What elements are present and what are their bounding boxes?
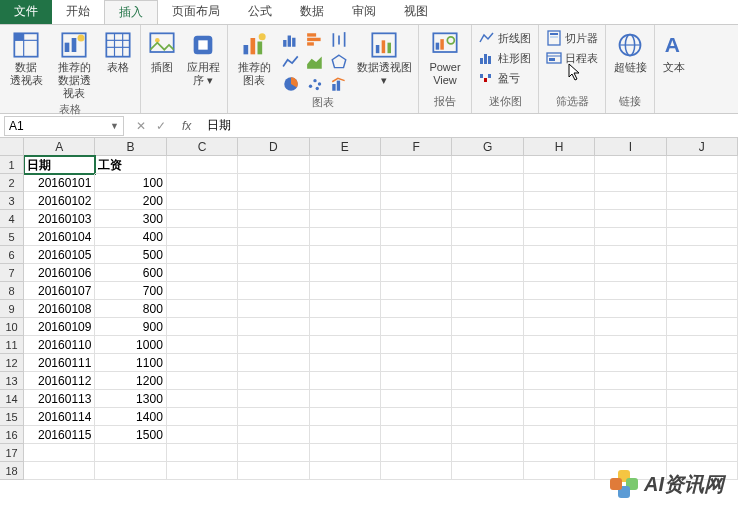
tab-data[interactable]: 数据 [286, 0, 338, 24]
cell[interactable] [524, 426, 595, 444]
hyperlink-button[interactable]: 超链接 [610, 29, 650, 76]
cell[interactable] [667, 372, 738, 390]
cell[interactable]: 900 [95, 318, 166, 336]
row-header[interactable]: 1 [0, 156, 24, 174]
slicer-button[interactable]: 切片器 [543, 29, 601, 47]
cell[interactable] [595, 390, 666, 408]
cell[interactable] [595, 264, 666, 282]
cell[interactable] [452, 336, 523, 354]
cell[interactable] [381, 174, 452, 192]
cell[interactable] [238, 282, 309, 300]
cell[interactable]: 1400 [95, 408, 166, 426]
column-header[interactable]: I [595, 138, 666, 156]
cell[interactable] [167, 372, 238, 390]
cell[interactable]: 1500 [95, 426, 166, 444]
cell[interactable] [595, 426, 666, 444]
cell[interactable] [524, 246, 595, 264]
cell[interactable] [238, 192, 309, 210]
tab-file[interactable]: 文件 [0, 0, 52, 24]
cell[interactable] [595, 372, 666, 390]
cell[interactable]: 20160107 [24, 282, 95, 300]
cell[interactable] [452, 282, 523, 300]
row-header[interactable]: 18 [0, 462, 24, 480]
cell[interactable] [167, 192, 238, 210]
row-header[interactable]: 4 [0, 210, 24, 228]
cell[interactable] [310, 336, 381, 354]
cell[interactable] [667, 354, 738, 372]
namebox-dropdown-icon[interactable]: ▼ [110, 121, 119, 131]
cell[interactable] [452, 354, 523, 372]
cell[interactable] [667, 282, 738, 300]
cell[interactable] [167, 408, 238, 426]
cell[interactable] [310, 210, 381, 228]
cell[interactable] [667, 174, 738, 192]
cell[interactable] [667, 408, 738, 426]
cell[interactable] [310, 372, 381, 390]
cell[interactable]: 100 [95, 174, 166, 192]
addins-button[interactable]: 应用程序 ▾ [183, 29, 223, 89]
cell[interactable] [167, 282, 238, 300]
cell[interactable] [310, 282, 381, 300]
cell[interactable] [310, 444, 381, 462]
cell[interactable] [381, 408, 452, 426]
cell[interactable] [238, 318, 309, 336]
row-header[interactable]: 5 [0, 228, 24, 246]
cell[interactable] [167, 246, 238, 264]
cell[interactable] [524, 282, 595, 300]
column-header[interactable]: B [95, 138, 166, 156]
row-header[interactable]: 12 [0, 354, 24, 372]
cell[interactable] [452, 408, 523, 426]
cell[interactable] [167, 174, 238, 192]
cell[interactable]: 日期 [24, 156, 95, 174]
row-header[interactable]: 15 [0, 408, 24, 426]
cell[interactable] [452, 390, 523, 408]
cell[interactable] [667, 210, 738, 228]
row-header[interactable]: 11 [0, 336, 24, 354]
cell[interactable] [167, 426, 238, 444]
cell[interactable]: 1000 [95, 336, 166, 354]
column-header[interactable]: D [238, 138, 309, 156]
pie-chart-icon[interactable] [282, 75, 300, 93]
cell[interactable] [524, 210, 595, 228]
cell[interactable] [667, 228, 738, 246]
formula-input[interactable]: 日期 [199, 117, 738, 134]
row-header[interactable]: 9 [0, 300, 24, 318]
cell[interactable]: 1300 [95, 390, 166, 408]
cell[interactable]: 20160104 [24, 228, 95, 246]
cell[interactable] [667, 264, 738, 282]
cell[interactable]: 20160106 [24, 264, 95, 282]
cell[interactable]: 20160108 [24, 300, 95, 318]
cell[interactable] [310, 426, 381, 444]
cell[interactable] [595, 174, 666, 192]
cell[interactable]: 20160102 [24, 192, 95, 210]
cell[interactable] [238, 408, 309, 426]
row-header[interactable]: 3 [0, 192, 24, 210]
row-header[interactable]: 14 [0, 390, 24, 408]
cell[interactable] [524, 174, 595, 192]
radar-chart-icon[interactable] [330, 53, 348, 71]
cell[interactable]: 20160115 [24, 426, 95, 444]
cell[interactable] [524, 336, 595, 354]
powerview-button[interactable]: PowerView [423, 29, 467, 89]
cell[interactable] [167, 228, 238, 246]
cell[interactable] [524, 228, 595, 246]
cell[interactable]: 300 [95, 210, 166, 228]
cell[interactable]: 20160114 [24, 408, 95, 426]
column-header[interactable]: E [310, 138, 381, 156]
sparkline-winloss-button[interactable]: 盈亏 [476, 69, 534, 87]
cell[interactable]: 20160103 [24, 210, 95, 228]
cell[interactable] [524, 264, 595, 282]
cell[interactable]: 20160112 [24, 372, 95, 390]
cell[interactable] [452, 228, 523, 246]
cell[interactable] [381, 462, 452, 480]
cell[interactable] [167, 462, 238, 480]
cell[interactable] [595, 228, 666, 246]
cell[interactable] [381, 336, 452, 354]
cell[interactable] [595, 336, 666, 354]
enter-formula-icon[interactable]: ✓ [156, 119, 166, 133]
cell[interactable] [238, 426, 309, 444]
cell[interactable] [238, 264, 309, 282]
cell[interactable] [452, 444, 523, 462]
cell[interactable] [524, 156, 595, 174]
cell[interactable]: 400 [95, 228, 166, 246]
